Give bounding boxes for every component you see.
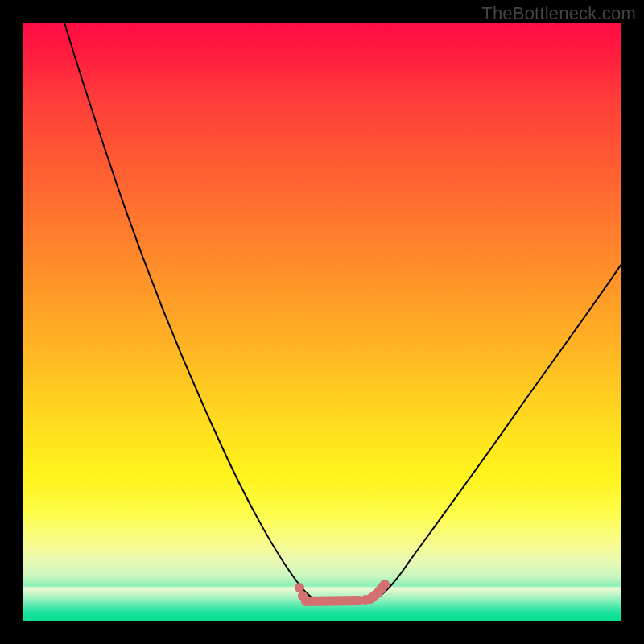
valley-highlight-right-tail — [370, 584, 385, 599]
valley-dot-right — [361, 595, 370, 605]
curve-layer — [23, 23, 621, 621]
watermark-text: TheBottleneck.com — [481, 3, 636, 24]
valley-dot-left-mid — [298, 591, 308, 601]
valley-highlight-segment — [306, 601, 359, 601]
right-branch-curve — [369, 264, 621, 602]
left-branch-curve — [64, 23, 320, 602]
plot-area — [23, 23, 621, 621]
chart-frame: TheBottleneck.com — [0, 0, 644, 644]
